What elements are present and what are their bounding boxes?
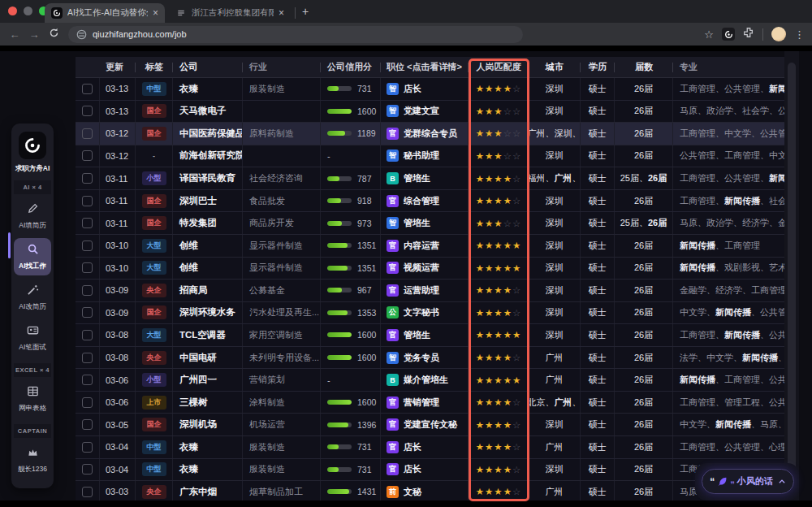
table-row[interactable]: 03-09国企深圳环境水务污水处理及再生...1353公文字秘书★★★★☆深圳硕… — [76, 302, 784, 325]
table-row[interactable]: 03-04中型衣臻服装制造731官店长★★★★☆深圳硕士26届工商管理、公共管理… — [76, 459, 784, 482]
position-cell[interactable]: 官综合管理 — [381, 190, 469, 212]
row-checkbox[interactable] — [82, 330, 93, 340]
table-row[interactable]: 03-08央企中国电研未列明专用设备...1600智党务专员★★★★☆广州硕士2… — [76, 347, 784, 370]
position-title[interactable]: 营销管理 — [404, 396, 439, 409]
row-checkbox[interactable] — [82, 442, 93, 453]
position-cell[interactable]: 官营销管理 — [381, 392, 469, 414]
table-row[interactable]: 03-04中型衣臻服装制造731官店长★★★★☆广州硕士26届工商管理、公共管理… — [76, 436, 784, 459]
position-cell[interactable]: 官店长 — [381, 459, 469, 481]
row-checkbox[interactable] — [82, 150, 93, 161]
position-cell[interactable]: 智店长 — [381, 78, 469, 100]
position-title[interactable]: 店长 — [404, 441, 421, 453]
position-title[interactable]: 店长 — [404, 463, 421, 475]
position-cell[interactable]: 智秘书助理 — [381, 145, 469, 167]
row-checkbox[interactable] — [82, 173, 93, 184]
position-title[interactable]: 管培生 — [404, 217, 430, 229]
extensions-puzzle-icon[interactable] — [743, 27, 754, 41]
reload-icon[interactable] — [44, 28, 63, 41]
position-title[interactable]: 党群综合专员 — [404, 128, 457, 140]
position-title[interactable]: 媒介管培生 — [404, 374, 448, 386]
sidebar-item-0-0[interactable]: AI填简历 — [14, 197, 51, 235]
table-row[interactable]: 03-10大型创维显示器件制造1351官内容运营★★★★★深圳硕士26届新闻传播… — [76, 235, 784, 258]
scrollbar-thumb[interactable] — [788, 63, 796, 473]
position-title[interactable]: 视频运营 — [404, 262, 439, 274]
table-row[interactable]: 03-09央企招商局公募基金967官运营助理★★★★☆深圳硕士26届金融学、经济… — [76, 280, 784, 302]
table-row[interactable]: 03-13国企天马微电子1600智党建文宣★★★☆☆深圳硕士26届马原、政治学、… — [76, 101, 784, 124]
position-cell[interactable]: 官运营助理 — [381, 280, 469, 301]
table-row[interactable]: 03-05国企深圳机场机场运营1396官党建宣传文秘★★★★☆深圳硕士26届中文… — [76, 414, 784, 436]
position-title[interactable]: 党务专员 — [404, 352, 439, 364]
position-title[interactable]: 党建文宣 — [404, 105, 439, 117]
row-checkbox[interactable] — [82, 240, 93, 251]
position-title[interactable]: 综合管理 — [404, 195, 439, 207]
table-row[interactable]: 03-11国企特发集团商品房开发973智管培生★★★☆☆深圳硕士25届、26届马… — [76, 212, 784, 235]
position-title[interactable]: 文字秘书 — [404, 306, 439, 318]
address-bar[interactable]: qiuzhifangzhou.com/job — [68, 26, 523, 43]
row-checkbox[interactable] — [82, 196, 93, 206]
row-checkbox[interactable] — [82, 128, 93, 139]
row-checkbox[interactable] — [82, 375, 93, 385]
position-cell[interactable]: 智党建文宣 — [381, 101, 469, 123]
minimize-window-button[interactable] — [24, 6, 32, 15]
row-checkbox[interactable] — [82, 106, 93, 116]
sidebar-item-0-2[interactable]: AI改简历 — [14, 279, 51, 316]
position-cell[interactable]: 官管培生 — [381, 324, 469, 346]
position-title[interactable]: 运营助理 — [404, 284, 439, 297]
position-cell[interactable]: B媒介管培生 — [381, 369, 469, 391]
bookmark-star-icon[interactable]: ☆ — [704, 28, 714, 41]
window-controls[interactable] — [8, 6, 48, 15]
position-title[interactable]: 党建宣传文秘 — [404, 418, 457, 431]
row-checkbox[interactable] — [82, 397, 93, 408]
position-title[interactable]: 秘书助理 — [404, 150, 439, 162]
table-row[interactable]: 03-10大型创维显示器件制造1351官视频运营★★★★★深圳硕士26届新闻传播… — [76, 258, 784, 280]
position-cell[interactable]: 官视频运营 — [381, 258, 469, 280]
browser-menu-icon[interactable]: ⋮ — [794, 28, 806, 41]
profile-avatar[interactable] — [771, 27, 786, 41]
row-checkbox[interactable] — [82, 464, 93, 474]
position-title[interactable]: 管培生 — [404, 172, 430, 184]
table-row[interactable]: 03-06上市三棵树涂料制造1600官营销管理★★★★☆北京、广州、硕士26届工… — [76, 392, 784, 414]
row-checkbox[interactable] — [82, 262, 93, 273]
sidebar-item-0-1[interactable]: AI找工作 — [14, 238, 51, 275]
sidebar-item-1-0[interactable]: 网申表格 — [14, 380, 51, 418]
table-row[interactable]: 03-12-前海创新研究院-智秘书助理★★★☆☆深圳硕士26届公共管理、工商管理… — [76, 145, 784, 168]
sidebar-item-2-0[interactable]: 舰长1236 — [14, 441, 51, 479]
new-tab-button[interactable]: + — [302, 5, 309, 18]
position-cell[interactable]: 官党群综合专员 — [381, 123, 469, 145]
table-row[interactable]: 03-11国企深圳巴士食品批发918官综合管理★★★★☆深圳硕士26届工商管理、… — [76, 190, 784, 213]
row-checkbox[interactable] — [82, 487, 93, 497]
position-title[interactable]: 内容运营 — [404, 240, 439, 252]
tab-close-icon[interactable]: × — [153, 7, 158, 19]
position-cell[interactable]: 官内容运营 — [381, 235, 469, 257]
row-checkbox[interactable] — [82, 84, 93, 94]
row-checkbox[interactable] — [82, 218, 93, 228]
table-row[interactable]: 03-06小型广州四一营销策划-B媒介管培生★★★★★广州硕士26届新闻传播、工… — [76, 369, 784, 392]
row-checkbox[interactable] — [82, 419, 93, 430]
position-cell[interactable]: 前文秘 — [381, 481, 469, 503]
forward-icon[interactable]: → — [24, 28, 44, 41]
position-title[interactable]: 店长 — [404, 83, 421, 95]
row-checkbox[interactable] — [82, 285, 93, 296]
sidebar-item-0-3[interactable]: AI笔面试 — [14, 319, 51, 357]
position-cell[interactable]: 智管培生 — [381, 212, 469, 234]
row-checkbox[interactable] — [82, 307, 93, 318]
position-cell[interactable]: 智党务专员 — [381, 347, 469, 369]
position-cell[interactable]: B管培生 — [381, 167, 469, 189]
row-checkbox[interactable] — [82, 353, 93, 363]
table-row[interactable]: 03-13中型衣臻服装制造731智店长★★★★☆深圳硕士26届工商管理、公共管理… — [76, 78, 784, 101]
browser-tab-active[interactable]: AI找工作-AI自动替你全网找工作 × — [45, 3, 165, 23]
chevron-up-icon[interactable] — [778, 478, 786, 486]
chat-widget[interactable]: “ „ 小风的话 — [702, 469, 794, 494]
table-row[interactable]: 03-12国企中国医药保健品原料药制造1189官党群综合专员★★★☆☆广州、深圳… — [76, 123, 784, 145]
table-row[interactable]: 03-08大型TCL空调器家用空调制造1600官管培生★★★★★深圳硕士26届工… — [76, 324, 784, 347]
position-title[interactable]: 管培生 — [404, 329, 430, 341]
position-cell[interactable]: 官党建宣传文秘 — [381, 414, 469, 436]
back-icon[interactable]: ← — [5, 28, 24, 41]
close-window-button[interactable] — [8, 6, 17, 15]
position-title[interactable]: 文秘 — [404, 486, 421, 498]
tab-close-icon[interactable]: × — [279, 7, 284, 19]
browser-tab-inactive[interactable]: 浙江吉利控股集团有限公司 - 校 × — [169, 3, 291, 23]
url-text[interactable]: qiuzhifangzhou.com/job — [93, 29, 187, 39]
table-row[interactable]: 03-11小型译国译民教育社会经济咨询787B管培生★★★★☆福州、广州、硕士2… — [76, 167, 784, 190]
position-cell[interactable]: 公文字秘书 — [381, 302, 469, 324]
